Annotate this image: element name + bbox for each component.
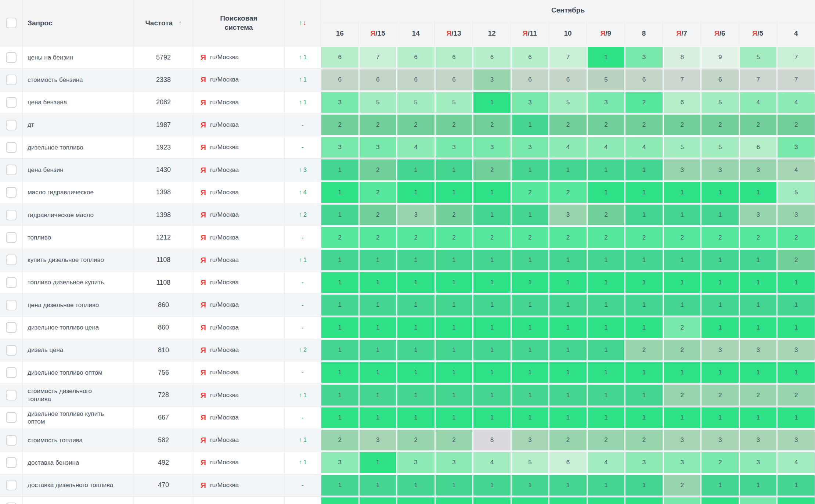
position-cell: 3: [321, 452, 358, 473]
region-label: ru/Москва: [210, 166, 239, 174]
keyword-cell[interactable]: масло гидравлическое: [23, 181, 134, 204]
date-header-cell[interactable]: Я/9: [587, 21, 625, 46]
keyword-cell[interactable]: купить дизельное топливо: [23, 249, 134, 271]
date-header-cell[interactable]: Я/11: [511, 21, 549, 46]
row-checkbox[interactable]: [6, 435, 17, 446]
row-checkbox[interactable]: [6, 503, 17, 504]
keyword-cell[interactable]: гидравлическое масло: [23, 204, 134, 226]
column-header-query[interactable]: Запрос: [23, 0, 134, 46]
position-cell: 3: [512, 430, 549, 450]
keyword-row: доставка дизельного топлива 470 Я ru/Мос…: [0, 474, 815, 497]
keyword-label: гидравлическое масло: [28, 211, 113, 219]
row-checkbox[interactable]: [6, 165, 17, 175]
keyword-cell[interactable]: доставка дизельного топлива: [23, 474, 134, 496]
keyword-cell[interactable]: купить дизельного топлива: [23, 497, 134, 504]
yandex-icon: Я: [201, 256, 206, 264]
date-header-cell[interactable]: 16: [321, 21, 359, 46]
keyword-cell[interactable]: цена бензина: [23, 91, 134, 114]
frequency-cell: 582: [134, 429, 193, 451]
row-checkbox[interactable]: [6, 75, 17, 85]
position-cell: 1: [625, 475, 663, 496]
keyword-row: масло гидравлическое 1398 Я ru/Москва ↑ …: [0, 181, 815, 204]
position-cell: 3: [625, 47, 663, 68]
date-header-cell[interactable]: Я/13: [435, 21, 473, 46]
row-checkbox[interactable]: [6, 390, 17, 400]
row-checkbox-cell: [0, 407, 23, 429]
search-engine-cell: Я ru/Москва: [193, 226, 285, 248]
keyword-cell[interactable]: дизельное топливо цена: [23, 317, 134, 339]
keyword-cell[interactable]: стоимость бензина: [23, 69, 134, 91]
row-checkbox[interactable]: [6, 120, 17, 130]
position-cell: 1: [473, 475, 511, 496]
month-header: Сентябрь: [321, 0, 815, 21]
row-checkbox[interactable]: [6, 142, 17, 153]
position-cell: 1: [473, 295, 511, 315]
date-header-cell[interactable]: 14: [397, 21, 435, 46]
row-checkbox[interactable]: [6, 97, 17, 108]
date-header-cell[interactable]: 10: [549, 21, 587, 46]
date-header-cell[interactable]: 8: [625, 21, 663, 46]
position-cell: 1: [549, 385, 587, 405]
keyword-label: дизельное топливо цена: [28, 324, 113, 331]
select-all-checkbox[interactable]: [6, 18, 17, 28]
keyword-cell[interactable]: топливо дизельное купить: [23, 271, 134, 294]
row-checkbox[interactable]: [6, 210, 17, 220]
date-header-cell[interactable]: 12: [473, 21, 511, 46]
keyword-cell[interactable]: доставка бензина: [23, 451, 134, 474]
position-cell: 7: [740, 69, 777, 90]
position-cell: 7: [778, 69, 815, 90]
position-cell: 1: [778, 362, 815, 383]
keyword-cell[interactable]: дизельное топливо оптом: [23, 361, 134, 384]
keyword-cell[interactable]: стоимость дизельного топлива: [23, 384, 134, 406]
row-checkbox[interactable]: [6, 345, 17, 356]
row-checkbox[interactable]: [6, 322, 17, 333]
frequency-cell: 1398: [134, 204, 193, 226]
keyword-cell[interactable]: стоимость топлива: [23, 429, 134, 451]
position-cell: 1: [360, 385, 397, 405]
column-header-search-engine[interactable]: Поисковая система: [193, 0, 285, 46]
keyword-cell[interactable]: дт: [23, 114, 134, 136]
arrow-up-icon: ↑: [299, 19, 302, 27]
date-header-cell[interactable]: Я/5: [739, 21, 777, 46]
row-checkbox[interactable]: [6, 457, 17, 468]
date-header-cell[interactable]: Я/7: [663, 21, 701, 46]
row-checkbox[interactable]: [6, 255, 17, 265]
keyword-row: дизельное топливо оптом 756 Я ru/Москва …: [0, 361, 815, 384]
keyword-cell[interactable]: дизельное топливо купить оптом: [23, 407, 134, 429]
region-label: ru/Москва: [210, 54, 239, 61]
position-cell: 1: [778, 407, 815, 428]
yandex-update-icon: Я: [753, 29, 758, 37]
row-checkbox[interactable]: [6, 412, 17, 423]
position-cell: 1: [397, 385, 434, 405]
position-cell: 1: [588, 407, 625, 428]
date-header-cell[interactable]: Я/6: [701, 21, 739, 46]
keyword-cell[interactable]: топливо: [23, 226, 134, 248]
keyword-cell[interactable]: цена дизельное топливо: [23, 294, 134, 316]
yandex-update-icon: Я: [601, 29, 606, 37]
keyword-cell[interactable]: цена бензин: [23, 159, 134, 181]
column-header-frequency[interactable]: Частота ↑: [134, 0, 193, 46]
row-checkbox[interactable]: [6, 480, 17, 490]
column-header-change[interactable]: ↑ ↓: [285, 0, 321, 46]
frequency-cell: 1108: [134, 271, 193, 294]
position-cell: 3: [397, 452, 434, 473]
row-checkbox[interactable]: [6, 277, 17, 288]
row-checkbox[interactable]: [6, 300, 17, 310]
position-cell: 1: [702, 182, 739, 203]
yandex-icon: Я: [201, 436, 206, 444]
keyword-cell[interactable]: дизель цена: [23, 339, 134, 361]
change-cell: ↑ 2: [285, 339, 321, 361]
search-engine-cell: Я ru/Москва: [193, 69, 285, 91]
position-cell: 1: [664, 407, 701, 428]
date-header-cell[interactable]: 4: [777, 21, 815, 46]
position-cell: 3: [321, 137, 358, 158]
row-checkbox[interactable]: [6, 187, 17, 198]
position-cell: 1: [321, 205, 358, 225]
row-checkbox[interactable]: [6, 52, 17, 63]
row-checkbox[interactable]: [6, 232, 17, 243]
date-header-cell[interactable]: Я/15: [359, 21, 397, 46]
keyword-cell[interactable]: цены на бензин: [23, 46, 134, 68]
row-checkbox[interactable]: [6, 367, 17, 378]
position-cell: 6: [436, 69, 473, 90]
keyword-cell[interactable]: дизельное топливо: [23, 136, 134, 158]
